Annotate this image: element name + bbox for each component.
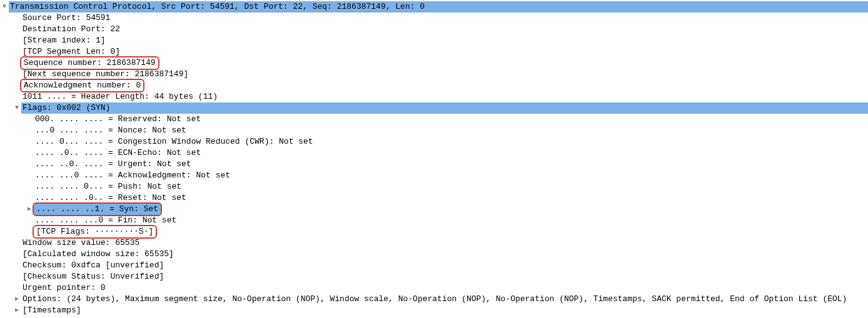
expand-arrow-right-icon[interactable]: ▶ — [13, 294, 21, 305]
stream-index-row[interactable]: [Stream index: 1] — [0, 35, 868, 46]
tcp-flags-summary-row[interactable]: [TCP Flags: ·········S·] — [0, 226, 868, 237]
flag-psh-row[interactable]: .... .... 0... = Push: Not set — [0, 181, 868, 192]
stream-index-text: [Stream index: 1] — [21, 35, 107, 46]
flag-ecn-text: .... .0.. .... = ECN-Echo: Not set — [34, 147, 202, 159]
flag-cwr-text: .... 0... .... = Congestion Window Reduc… — [34, 136, 315, 147]
flag-nonce-row[interactable]: ...0 .... .... = Nonce: Not set — [0, 125, 868, 136]
tcp-header-text: Transmission Control Protocol, Src Port:… — [9, 1, 868, 12]
flag-ack-row[interactable]: .... ...0 .... = Acknowledgment: Not set — [0, 170, 868, 181]
flag-urg-row[interactable]: .... ..0. .... = Urgent: Not set — [0, 159, 868, 170]
flag-psh-text: .... .... 0... = Push: Not set — [34, 181, 183, 192]
flag-syn-text: .... .... ..1. = Syn: Set — [33, 202, 162, 216]
destination-port-text: Destination Port: 22 — [21, 24, 121, 35]
tcp-flags-summary-text: [TCP Flags: ·········S·] — [33, 225, 157, 239]
checksum-text: Checksum: 0xdfca [unverified] — [21, 260, 165, 271]
flag-nonce-text: ...0 .... .... = Nonce: Not set — [34, 125, 188, 136]
flags-header-row[interactable]: ▼ Flags: 0x002 (SYN) — [0, 102, 868, 114]
urgent-pointer-text: Urgent pointer: 0 — [21, 282, 107, 294]
checksum-status-text: [Checksum Status: Unverified] — [21, 271, 165, 282]
expand-arrow-down-icon[interactable]: ▼ — [0, 1, 9, 12]
checksum-row[interactable]: Checksum: 0xdfca [unverified] — [0, 260, 868, 271]
sequence-number-text: Sequence number: 2186387149 — [20, 56, 159, 70]
flag-cwr-row[interactable]: .... 0... .... = Congestion Window Reduc… — [0, 136, 868, 147]
tcp-header-row[interactable]: ▼ Transmission Control Protocol, Src Por… — [0, 1, 868, 12]
header-length-text: 1011 .... = Header Length: 44 bytes (11) — [21, 91, 219, 102]
flag-ecn-row[interactable]: .... .0.. .... = ECN-Echo: Not set — [0, 147, 868, 159]
destination-port-row[interactable]: Destination Port: 22 — [0, 24, 868, 35]
options-text: Options: (24 bytes), Maximum segment siz… — [21, 294, 848, 305]
sequence-number-row[interactable]: Sequence number: 2186387149 — [0, 57, 868, 69]
timestamps-row[interactable]: ▶ [Timestamps] — [0, 305, 868, 316]
ack-number-row[interactable]: Acknowledgment number: 0 — [0, 80, 868, 91]
source-port-text: Source Port: 54591 — [21, 12, 111, 24]
window-size-row[interactable]: Window size value: 65535 — [0, 237, 868, 249]
flag-reserved-row[interactable]: 000. .... .... = Reserved: Not set — [0, 114, 868, 125]
expand-arrow-down-icon[interactable]: ▼ — [13, 102, 21, 114]
calc-window-text: [Calculated window size: 65535] — [21, 249, 175, 260]
ack-number-text: Acknowledgment number: 0 — [20, 79, 144, 92]
flag-urg-text: .... ..0. .... = Urgent: Not set — [34, 159, 193, 170]
checksum-status-row[interactable]: [Checksum Status: Unverified] — [0, 271, 868, 282]
timestamps-text: [Timestamps] — [21, 305, 83, 316]
packet-details-tree: ▼ Transmission Control Protocol, Src Por… — [0, 0, 868, 318]
urgent-pointer-row[interactable]: Urgent pointer: 0 — [0, 282, 868, 294]
flags-header-text: Flags: 0x002 (SYN) — [21, 102, 868, 114]
flag-ack-text: .... ...0 .... = Acknowledgment: Not set — [34, 170, 231, 181]
expand-arrow-right-icon[interactable]: ▶ — [13, 305, 21, 316]
source-port-row[interactable]: Source Port: 54591 — [0, 12, 868, 24]
window-size-text: Window size value: 65535 — [21, 237, 141, 249]
flag-reserved-text: 000. .... .... = Reserved: Not set — [34, 114, 202, 125]
calc-window-row[interactable]: [Calculated window size: 65535] — [0, 249, 868, 260]
header-length-row[interactable]: 1011 .... = Header Length: 44 bytes (11) — [0, 91, 868, 102]
options-row[interactable]: ▶ Options: (24 bytes), Maximum segment s… — [0, 294, 868, 305]
flag-syn-row[interactable]: ▶ .... .... ..1. = Syn: Set — [0, 204, 868, 215]
